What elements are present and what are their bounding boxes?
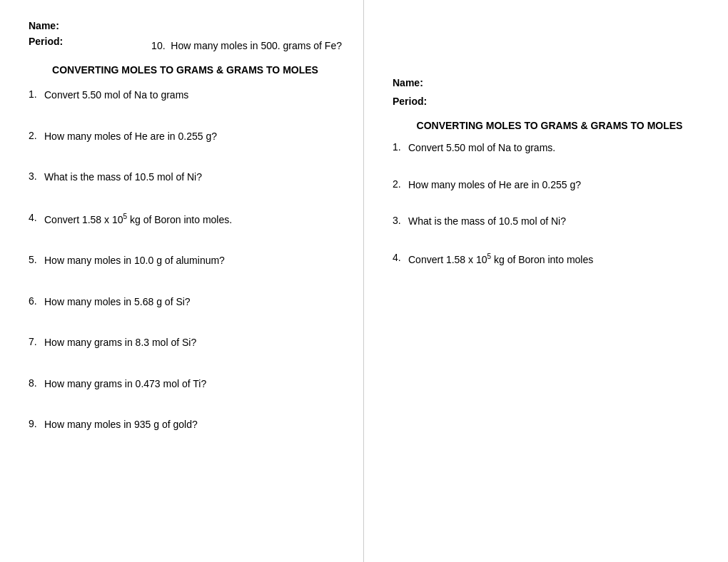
right-question-1: 1. Convert 5.50 mol of Na to grams. — [393, 141, 707, 155]
question-4: 4. Convert 1.58 x 105 kg of Boron into m… — [29, 212, 342, 227]
question-5: 5. How many moles in 10.0 g of aluminum? — [29, 254, 342, 268]
question-6: 6. How many moles in 5.68 g of Si? — [29, 295, 342, 310]
questions-list-left: 1. Convert 5.50 mol of Na to grams 2. Ho… — [29, 88, 342, 432]
right-column: Name: Period: CONVERTING MOLES TO GRAMS … — [364, 0, 728, 562]
right-question-2: 2. How many moles of He are in 0.255 g? — [393, 178, 707, 193]
question-7: 7. How many grams in 8.3 mol of Si? — [29, 336, 342, 350]
question-10: 10. How many moles in 500. grams of Fe? — [151, 20, 342, 51]
right-period-label: Period: — [393, 96, 707, 107]
question-2: 2. How many moles of He are in 0.255 g? — [29, 130, 342, 144]
question-8: 8. How many grams in 0.473 mol of Ti? — [29, 377, 342, 392]
page: Name: Period: 10. How many moles in 500.… — [0, 0, 728, 562]
questions-list-right: 1. Convert 5.50 mol of Na to grams. 2. H… — [393, 141, 707, 267]
worksheet-title-right: CONVERTING MOLES TO GRAMS & GRAMS TO MOL… — [393, 120, 707, 131]
left-column: Name: Period: 10. How many moles in 500.… — [0, 0, 364, 562]
question-9: 9. How many moles in 935 g of gold? — [29, 418, 342, 432]
right-name-label: Name: — [393, 77, 707, 88]
worksheet-title-left: CONVERTING MOLES TO GRAMS & GRAMS TO MOL… — [29, 64, 342, 76]
question-3: 3. What is the mass of 10.5 mol of Ni? — [29, 170, 342, 185]
right-question-3: 3. What is the mass of 10.5 mol of Ni? — [393, 215, 707, 229]
right-question-4: 4. Convert 1.58 x 105 kg of Boron into m… — [393, 252, 707, 267]
period-label: Period: — [29, 36, 63, 47]
right-name-period: Name: Period: — [393, 77, 707, 107]
name-label: Name: — [29, 20, 63, 31]
question-1: 1. Convert 5.50 mol of Na to grams — [29, 88, 342, 103]
